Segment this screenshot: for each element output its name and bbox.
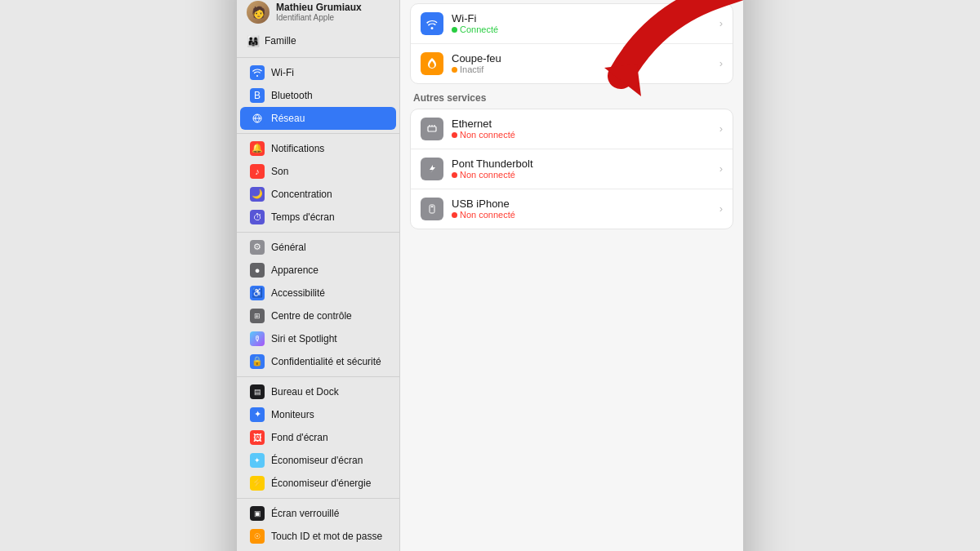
user-name: Mathieu Grumiaux (276, 2, 362, 13)
sidebar-item-label: Siri et Spotlight (271, 333, 337, 344)
sidebar-item-label: Temps d'écran (271, 211, 335, 223)
network-item-coupe-feu[interactable]: Coupe-feu Inactif › (411, 44, 733, 83)
thunderbolt-network-icon (421, 158, 443, 180)
ecran-icon: ▣ (250, 506, 265, 521)
network-item-usb-iphone[interactable]: USB iPhone Non connecté › (411, 189, 733, 229)
centre-icon: ⊞ (250, 309, 265, 323)
bureau-icon: ▤ (250, 384, 265, 399)
system-preferences-window: 🔍 Rechercher 🧑 Mathieu Grumiaux Identifi… (237, 0, 743, 551)
sidebar-item-economiseur-energie[interactable]: ⚡ Économiseur d'énergie (240, 472, 396, 495)
coupe-feu-status: Inactif (452, 64, 719, 74)
concentration-icon: 🌙 (250, 187, 265, 202)
sidebar-item-label: Son (271, 166, 288, 177)
divider-5 (237, 498, 399, 499)
divider-2 (237, 133, 399, 134)
main-panel: ‹ › Réseau Wi-Fi (400, 0, 743, 551)
ethernet-status-dot (452, 132, 457, 138)
temps-icon: ⏱ (250, 210, 265, 224)
sidebar-item-economiseur-ecran[interactable]: ✦ Économiseur d'écran (240, 449, 396, 472)
sidebar-item-label: Touch ID et mot de passe (271, 531, 382, 542)
pont-thunderbolt-status: Non connecté (452, 170, 719, 180)
top-services-group: Wi-Fi Connecté › (410, 3, 733, 84)
sidebar-item-label: Bluetooth (271, 90, 313, 101)
coupe-feu-status-text: Inactif (460, 64, 483, 74)
sidebar-item-ecran-verrouille[interactable]: ▣ Écran verrouillé (240, 502, 396, 525)
sidebar-item-label: Réseau (271, 113, 305, 124)
son-icon: ♪ (250, 164, 265, 179)
sidebar: 🔍 Rechercher 🧑 Mathieu Grumiaux Identifi… (237, 0, 400, 551)
network-item-ethernet[interactable]: Ethernet Non connecté › (411, 109, 733, 149)
network-item-wifi[interactable]: Wi-Fi Connecté › (411, 4, 733, 44)
svg-rect-1 (428, 127, 436, 131)
sidebar-item-label: Wi-Fi (271, 67, 294, 78)
divider-4 (237, 376, 399, 377)
pont-thunderbolt-chevron: › (719, 162, 723, 175)
window-content: 🔍 Rechercher 🧑 Mathieu Grumiaux Identifi… (237, 0, 743, 551)
sidebar-item-accessibilite[interactable]: ♿ Accessibilité (240, 282, 396, 304)
avatar: 🧑 (247, 1, 270, 24)
sidebar-item-reseau[interactable]: Réseau (240, 107, 396, 130)
sidebar-item-label: Écran verrouillé (271, 508, 339, 519)
sidebar-item-confidentialite[interactable]: 🔒 Confidentialité et sécurité (240, 350, 396, 373)
fond-icon: 🖼 (250, 430, 265, 445)
sidebar-item-apparence[interactable]: ● Apparence (240, 259, 396, 282)
sidebar-item-label: Apparence (271, 264, 318, 276)
wifi-status-text: Connecté (460, 24, 498, 34)
sidebar-item-label: Confidentialité et sécurité (271, 356, 381, 367)
sidebar-item-label: Concentration (271, 189, 332, 200)
confidentialite-icon: 🔒 (250, 354, 265, 369)
sidebar-item-label: Bureau et Dock (271, 386, 339, 398)
wifi-name: Wi-Fi (452, 12, 719, 24)
ethernet-status: Non connecté (452, 130, 719, 140)
pont-thunderbolt-name: Pont Thunderbolt (452, 158, 719, 170)
sidebar-item-fond-ecran[interactable]: 🖼 Fond d'écran (240, 426, 396, 449)
notifications-icon: 🔔 (250, 141, 265, 156)
ethernet-info: Ethernet Non connecté (452, 118, 719, 140)
famille-row[interactable]: 👨‍👩‍👧 Famille (237, 32, 399, 54)
autres-services-label: Autres services (413, 92, 733, 104)
sidebar-item-notifications[interactable]: 🔔 Notifications (240, 137, 396, 160)
divider-3 (237, 232, 399, 233)
sidebar-item-general[interactable]: ⚙ Général (240, 236, 396, 259)
divider-1 (237, 57, 399, 58)
sidebar-item-label: Fond d'écran (271, 432, 328, 443)
sidebar-item-siri[interactable]: 🎙 Siri et Spotlight (240, 327, 396, 350)
autres-services-group: Ethernet Non connecté › (410, 109, 733, 229)
user-info: Mathieu Grumiaux Identifiant Apple (276, 2, 362, 22)
usb-iphone-network-icon (421, 198, 443, 220)
coupe-feu-status-dot (452, 67, 457, 73)
coupe-feu-chevron: › (719, 57, 723, 69)
wifi-network-icon (421, 12, 443, 35)
sidebar-item-wifi[interactable]: Wi-Fi (240, 61, 396, 84)
ethernet-chevron: › (719, 122, 723, 135)
wifi-status: Connecté (452, 24, 719, 34)
coupe-feu-info: Coupe-feu Inactif (452, 52, 719, 74)
sidebar-item-label: Moniteurs (271, 409, 314, 420)
sidebar-item-label: Économiseur d'énergie (271, 478, 371, 489)
user-section[interactable]: 🧑 Mathieu Grumiaux Identifiant Apple (237, 0, 399, 29)
reseau-icon (250, 111, 265, 126)
user-subtitle: Identifiant Apple (276, 13, 362, 22)
sidebar-item-utilisateurs[interactable]: 👥 Utilisateurs et groupes (240, 548, 396, 552)
sidebar-item-son[interactable]: ♪ Son (240, 160, 396, 183)
pont-thunderbolt-info: Pont Thunderbolt Non connecté (452, 158, 719, 180)
economiseur-ecran-icon: ✦ (250, 453, 265, 468)
sidebar-item-touch-id[interactable]: ☉ Touch ID et mot de passe (240, 525, 396, 548)
sidebar-item-temps-ecran[interactable]: ⏱ Temps d'écran (240, 206, 396, 229)
usb-iphone-status: Non connecté (452, 210, 719, 220)
famille-label: Famille (265, 35, 296, 47)
coupe-feu-network-icon (421, 52, 443, 75)
sidebar-item-bluetooth[interactable]: B Bluetooth (240, 84, 396, 107)
sidebar-item-concentration[interactable]: 🌙 Concentration (240, 183, 396, 206)
ethernet-network-icon (421, 118, 443, 140)
general-icon: ⚙ (250, 240, 265, 255)
wifi-icon (250, 65, 265, 80)
sidebar-item-moniteurs[interactable]: ✦ Moniteurs (240, 403, 396, 426)
sidebar-item-bureau-dock[interactable]: ▤ Bureau et Dock (240, 380, 396, 403)
sidebar-item-centre-controle[interactable]: ⊞ Centre de contrôle (240, 304, 396, 327)
wifi-status-dot (452, 27, 457, 33)
network-item-pont-thunderbolt[interactable]: Pont Thunderbolt Non connecté › (411, 149, 733, 189)
sidebar-item-label: Général (271, 242, 306, 253)
usb-iphone-name: USB iPhone (452, 198, 719, 210)
sidebar-item-label: Accessibilité (271, 287, 325, 299)
